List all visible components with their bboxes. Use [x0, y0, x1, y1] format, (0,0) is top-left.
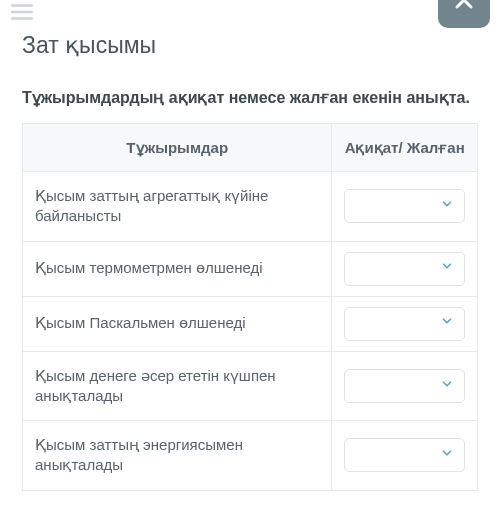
close-button[interactable] — [438, 0, 490, 28]
close-icon — [452, 0, 476, 16]
chevron-down-icon — [440, 258, 454, 278]
statements-table: Тұжырымдар Ақиқат/ Жалған Қысым заттың а… — [22, 123, 478, 491]
table-row: Қысым заттың энергиясымен анықталады — [23, 421, 478, 491]
answer-select[interactable] — [344, 252, 465, 286]
col-header-answer: Ақиқат/ Жалған — [332, 123, 478, 172]
table-row: Қысым Паскальмен өлшенеді — [23, 296, 478, 351]
statement-text: Қысым термометрмен өлшенеді — [23, 241, 332, 296]
chevron-down-icon — [440, 313, 454, 333]
chevron-down-icon — [440, 196, 454, 216]
statement-text: Қысым заттың агрегаттық күйіне байланыст… — [23, 172, 332, 242]
content: Зат қысымы Тұжырымдардың ақиқат немесе ж… — [0, 32, 500, 491]
page-title: Зат қысымы — [22, 32, 478, 59]
answer-select[interactable] — [344, 438, 465, 472]
topbar — [0, 0, 500, 30]
answer-select[interactable] — [344, 307, 465, 341]
statement-text: Қысым денеге әсер ететін күшпен анықтала… — [23, 351, 332, 421]
hamburger-icon — [9, 0, 35, 29]
chevron-down-icon — [440, 445, 454, 465]
table-row: Қысым заттың агрегаттық күйіне байланыст… — [23, 172, 478, 242]
table-row: Қысым денеге әсер ететін күшпен анықтала… — [23, 351, 478, 421]
statement-text: Қысым заттың энергиясымен анықталады — [23, 421, 332, 491]
instruction-text: Тұжырымдардың ақиқат немесе жалған екені… — [22, 87, 478, 109]
menu-button[interactable] — [0, 0, 44, 36]
statement-text: Қысым Паскальмен өлшенеді — [23, 296, 332, 351]
table-row: Қысым термометрмен өлшенеді — [23, 241, 478, 296]
answer-select[interactable] — [344, 189, 465, 223]
col-header-statements: Тұжырымдар — [23, 123, 332, 172]
chevron-down-icon — [440, 376, 454, 396]
answer-select[interactable] — [344, 369, 465, 403]
